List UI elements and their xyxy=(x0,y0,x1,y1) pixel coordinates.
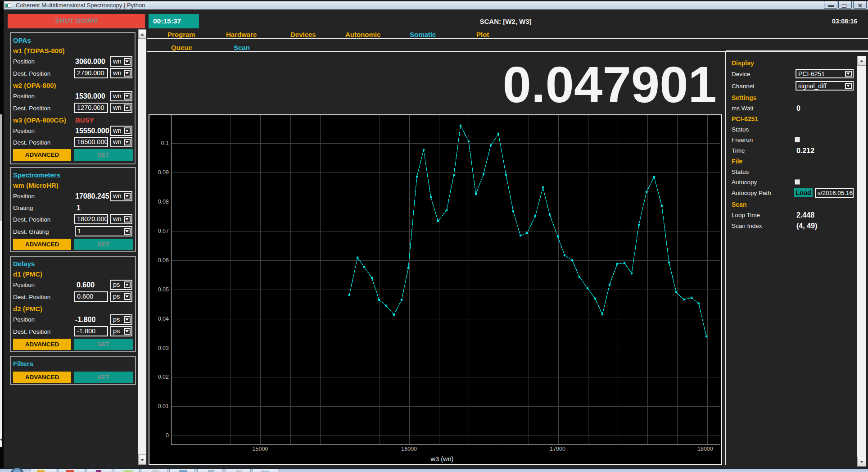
svg-text:0.05: 0.05 xyxy=(158,286,169,293)
svg-text:15000: 15000 xyxy=(253,446,268,452)
svg-text:0.06: 0.06 xyxy=(158,257,169,263)
svg-text:w3 (wn): w3 (wn) xyxy=(430,455,454,463)
svg-text:0.04: 0.04 xyxy=(158,316,169,322)
svg-text:0.1: 0.1 xyxy=(161,140,169,146)
svg-text:0: 0 xyxy=(166,432,169,439)
svg-text:0.01: 0.01 xyxy=(158,403,169,409)
svg-text:0.02: 0.02 xyxy=(158,374,169,380)
svg-text:0.07: 0.07 xyxy=(158,228,169,234)
svg-text:16000: 16000 xyxy=(401,446,417,452)
svg-text:17000: 17000 xyxy=(550,446,565,452)
svg-text:18000: 18000 xyxy=(697,446,713,452)
svg-text:0.09: 0.09 xyxy=(158,169,169,176)
svg-text:0.03: 0.03 xyxy=(158,345,169,351)
svg-text:0.08: 0.08 xyxy=(158,199,169,205)
